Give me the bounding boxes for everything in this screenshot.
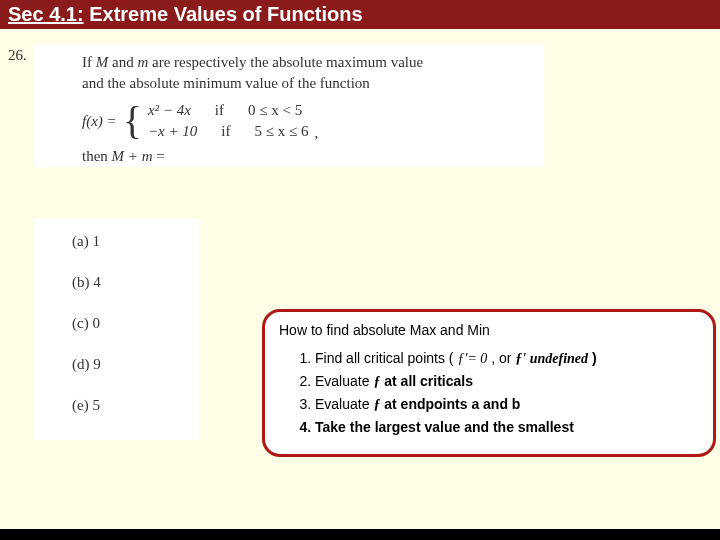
choice-a[interactable]: (a) 1 [72, 233, 199, 250]
case-row-2: −x + 10 if 5 ≤ x ≤ 6 [148, 121, 309, 142]
section-number: Sec 4.1: [8, 3, 84, 25]
slide-body: 26. If M and m are respectively the abso… [0, 29, 720, 529]
slide-header: Sec 4.1: Extreme Values of Functions [0, 0, 720, 29]
trailing-comma: , [314, 125, 318, 142]
then-line: then M + m = [82, 146, 544, 167]
case-row-1: x² − 4x if 0 ≤ x < 5 [148, 100, 309, 121]
choice-d[interactable]: (d) 9 [72, 356, 199, 373]
problem-panel: If M and m are respectively the absolute… [34, 44, 544, 167]
section-title: Extreme Values of Functions [89, 3, 362, 25]
piecewise-definition: f(x) = { x² − 4x if 0 ≤ x < 5 −x + 10 if… [82, 100, 544, 142]
hint-item-4: Take the largest value and the smallest [315, 417, 699, 438]
problem-line2: and the absolute minimum value of the fu… [82, 73, 544, 94]
choice-c[interactable]: (c) 0 [72, 315, 199, 332]
choice-e[interactable]: (e) 5 [72, 397, 199, 414]
question-number: 26. [8, 47, 27, 64]
hint-item-2: Evaluate ƒ at all criticals [315, 371, 699, 392]
hint-item-3: Evaluate ƒ at endpoints a and b [315, 394, 699, 415]
fx-label: f(x) = [82, 113, 117, 130]
hint-box: How to find absolute Max and Min Find al… [262, 309, 716, 457]
cases: x² − 4x if 0 ≤ x < 5 −x + 10 if 5 ≤ x ≤ … [148, 100, 309, 142]
hint-list: Find all critical points ( ƒ'= 0 , or ƒ'… [279, 348, 699, 438]
left-brace-icon: { [123, 101, 142, 141]
choice-b[interactable]: (b) 4 [72, 274, 199, 291]
hint-title: How to find absolute Max and Min [279, 322, 699, 338]
hint-item-1: Find all critical points ( ƒ'= 0 , or ƒ'… [315, 348, 699, 369]
problem-line1: If M and m are respectively the absolute… [82, 52, 544, 73]
answer-choices: (a) 1 (b) 4 (c) 0 (d) 9 (e) 5 [34, 219, 199, 440]
